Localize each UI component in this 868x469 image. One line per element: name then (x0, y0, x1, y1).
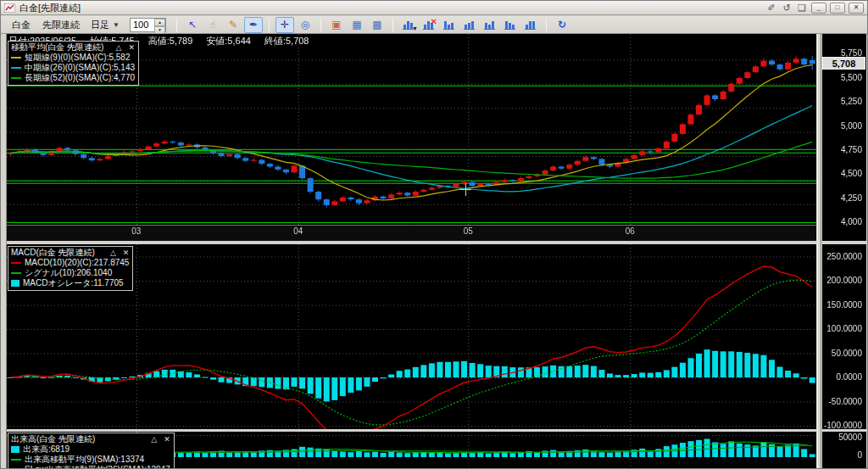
toolbar-separator (546, 18, 547, 32)
legend-label: 短期線(9)(0)(SMA)(C):5,582 (25, 53, 130, 63)
legend-item: MACD(10)(20)(C):217.8745 (11, 258, 129, 268)
legend-label: 出来高:6819 (23, 444, 70, 455)
legend-marker (11, 77, 21, 79)
select-cursor-button[interactable]: ↖ (183, 17, 202, 33)
info-close: 終値:5,708 (264, 35, 309, 47)
info-high: 高値:5,789 (148, 35, 193, 47)
toolbar-separator (392, 18, 393, 32)
legend-item: シグナル(10):206.1040 (11, 268, 129, 278)
indicator-button-1[interactable] (440, 17, 459, 33)
legend-label: 中期線(26)(0)(SMA)(C):5,143 (25, 63, 135, 73)
compass-tool-button[interactable]: ◎ (296, 17, 314, 33)
refresh-button[interactable]: ↻ (553, 17, 571, 33)
info-low: 安値:5,644 (206, 35, 251, 47)
legend-marker (11, 446, 19, 453)
bars-count-spinner: ▲ ▼ (130, 18, 166, 32)
legend-close-button[interactable]: ✕ (128, 42, 135, 53)
legend-label: シグナル(10):206.1040 (25, 268, 112, 278)
legend-marker (11, 459, 21, 461)
volume-legend: 出来高(白金 先限連続)△✕出来高:6819出来高移動平均(9)(SMA):13… (8, 433, 175, 469)
indicator-chart-icon (484, 20, 495, 30)
bars-count-input[interactable] (131, 19, 154, 31)
legend-title: MACD(白金 先限連続) (11, 248, 103, 258)
chart-type-dropdown-button[interactable]: ▼ (399, 17, 418, 33)
window-title: 白金[先限連続] (19, 2, 81, 14)
news-button[interactable]: ▣ (327, 17, 346, 33)
delete-x-icon: ✕ (431, 17, 437, 26)
timeframe-dropdown[interactable]: 日足 ▼ (91, 19, 120, 31)
legend-marker (11, 67, 21, 69)
instrument-label: 白金 (12, 19, 31, 31)
indicator-chart-icon (504, 20, 515, 30)
ma-legend: 移動平均(白金 先限連続)△✕短期線(9)(0)(SMA)(C):5,582中期… (8, 41, 139, 86)
legend-title: 出来高(白金 先限連続) (11, 434, 144, 444)
legend-item: MACDオシレータ:11.7705 (11, 278, 129, 288)
macd-legend: MACD(白金 先限連続)△✕MACD(10)(20)(C):217.8745シ… (8, 246, 133, 291)
pin-icon[interactable]: ✐ (765, 3, 777, 14)
legend-item: 長期線(52)(0)(SMA)(C):4,770 (11, 73, 135, 83)
minimize-button[interactable]: _ (811, 3, 826, 14)
indicator-button-4[interactable] (501, 17, 520, 33)
legend-title: 移動平均(白金 先限連続) (11, 42, 109, 53)
legend-label: MACD(10)(20)(C):217.8745 (25, 258, 129, 268)
legend-label: 長期線(52)(0)(SMA)(C):4,770 (25, 73, 135, 83)
maximize-button[interactable]: □ (830, 3, 845, 14)
legend-marker (11, 280, 19, 287)
legend-close-button[interactable]: ✕ (123, 248, 130, 258)
indicator-button-2[interactable] (460, 17, 479, 33)
pen-tool-button[interactable]: ✒ (244, 17, 263, 33)
remove-indicator-button[interactable]: ✕ (420, 17, 438, 33)
legend-minimize-button[interactable]: △ (116, 42, 122, 53)
legend-item: 中期線(26)(0)(SMA)(C):5,143 (11, 63, 135, 73)
legend-label: MACDオシレータ:11.7705 (23, 278, 124, 288)
indicator-button-3[interactable] (481, 17, 499, 33)
toolbar-separator (269, 18, 270, 32)
titlebar: 白金[先限連続] ✐ ↺ ❏ _ □ ✕ (1, 1, 867, 15)
app-icon (4, 3, 15, 13)
chart-window: 白金[先限連続] ✐ ↺ ❏ _ □ ✕ 白金 先限連続 日足 ▼ ▲ ▼ ↖ … (0, 0, 868, 469)
timeframe-value: 日足 (91, 19, 109, 31)
legend-minimize-button[interactable]: △ (110, 248, 116, 258)
last-price-tag: 5,708 (822, 57, 865, 70)
indicator-button-5[interactable] (521, 17, 540, 33)
crosshair-tool-button[interactable]: ✛ (275, 17, 294, 33)
indicator-chart-icon (525, 20, 536, 30)
grid-view-button[interactable]: ▩ (368, 17, 387, 33)
legend-item: SLow出来高移動平均(26)(SMA):12947 (11, 465, 170, 469)
pencil-tool-button[interactable]: ✎ (224, 17, 242, 33)
close-button[interactable]: ✕ (849, 3, 864, 14)
legend-item: 出来高移動平均(9)(SMA):13374 (11, 455, 170, 465)
legend-close-button[interactable]: ✕ (164, 434, 170, 444)
indicator-chart-icon (464, 20, 475, 30)
legend-label: 出来高移動平均(9)(SMA):13374 (25, 455, 144, 465)
reload-icon[interactable]: ↺ (781, 3, 793, 14)
table-view-button[interactable]: ▦ (348, 17, 366, 33)
legend-item: 出来高:6819 (11, 444, 170, 455)
toolbar-separator (176, 18, 177, 32)
chevron-down-icon: ▼ (412, 25, 418, 31)
legend-marker (11, 262, 21, 264)
toolbar: 白金 先限連続 日足 ▼ ▲ ▼ ↖ ☝ ✎ ✒ ✛ ◎ ▣ ▦ ▩ ▼ (1, 16, 867, 34)
cascade-icon[interactable]: ❏ (796, 3, 808, 14)
hand-tool-button[interactable]: ☝ (203, 17, 222, 33)
legend-label: SLow出来高移動平均(26)(SMA):12947 (25, 465, 170, 469)
chevron-down-icon: ▼ (113, 21, 120, 29)
indicator-chart-icon (443, 20, 454, 30)
spin-up-button[interactable]: ▲ (154, 19, 165, 26)
legend-item: 短期線(9)(0)(SMA)(C):5,582 (11, 53, 135, 63)
legend-minimize-button[interactable]: △ (151, 434, 157, 444)
legend-marker (11, 57, 21, 59)
spin-down-button[interactable]: ▼ (154, 26, 165, 34)
series-label: 先限連続 (42, 19, 80, 31)
legend-marker (11, 272, 21, 274)
toolbar-separator (320, 18, 321, 32)
